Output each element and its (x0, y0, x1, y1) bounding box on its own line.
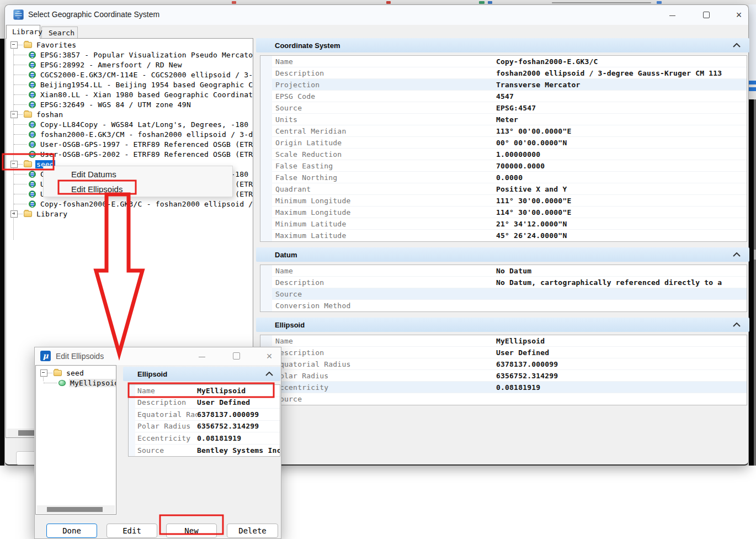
property-value: Bentley Systems Inc (197, 446, 280, 455)
property-row-name[interactable]: NameNo Datum (260, 265, 747, 277)
maximize-icon (703, 12, 710, 18)
ellipsoid-panel-header[interactable]: Ellipsoid (123, 367, 280, 381)
tree-item-epsg-28992-amersfoort-rd-new[interactable]: EPSG:28992 - Amersfoort / RD New (6, 60, 253, 70)
tree-item-epsg-32649-wgs-84-utm-zone-49n[interactable]: EPSG:32649 - WGS 84 / UTM zone 49N (6, 99, 253, 109)
chevron-up-icon[interactable] (733, 323, 741, 327)
property-row-conversion-method[interactable]: Conversion Method (260, 300, 747, 311)
property-row-eccentricity[interactable]: Eccentricity0.08181919 (260, 382, 747, 393)
coordinate-system-panel-header[interactable]: Coordinate System (256, 38, 749, 52)
property-row-polar-radius[interactable]: Polar Radius6356752.314299 (129, 421, 280, 433)
property-row-description[interactable]: Descriptionfoshan2000 ellipsoid / 3-degr… (260, 67, 747, 79)
property-row-epsg-code[interactable]: EPSG Code4547 (260, 91, 747, 102)
minimize-button[interactable] (663, 10, 682, 20)
property-row-equatorial-radius[interactable]: Equatorial Radius6378137.000099 (129, 409, 280, 421)
property-value: 113° 00'00.0000"E (496, 127, 571, 135)
property-value: 0.08181919 (197, 434, 241, 442)
property-row-name[interactable]: NameMyEllipsoid (129, 385, 280, 397)
tree-connector (14, 124, 27, 125)
property-row-description[interactable]: DescriptionNo Datum, cartographically re… (260, 277, 747, 288)
property-row-scale-reduction[interactable]: Scale Reduction1.00000000 (260, 149, 747, 160)
property-row-name[interactable]: NameCopy-foshan2000-E.GK3/C (260, 56, 747, 67)
tree-item-seed[interactable]: seed (36, 368, 116, 378)
panel-title: Datum (275, 251, 297, 259)
close-button[interactable]: × (261, 352, 278, 361)
property-row-central-meridian[interactable]: Central Meridian113° 00'00.0000"E (260, 125, 747, 137)
property-label: Origin Latitude (275, 139, 496, 147)
tab-search[interactable]: Search (41, 27, 78, 39)
tree-item-copy-ll84copy-wgs84-lat-long-s-degrees-180[interactable]: Copy-LL84Copy - WGS84 Lat/Long's, Degree… (6, 119, 253, 129)
tab-library[interactable]: Library (6, 25, 40, 39)
tree-connector (14, 94, 27, 95)
property-row-false-northing[interactable]: False Northing0.0000 (260, 172, 747, 183)
property-row-eccentricity[interactable]: Eccentricity0.08181919 (129, 432, 280, 445)
property-row-source[interactable]: SourceBentley Systems Inc (129, 445, 280, 457)
panel-title: Coordinate System (275, 41, 340, 50)
tree-connector (14, 134, 27, 135)
tree-item-myellipsoid[interactable]: MyEllipsoid (36, 378, 116, 388)
tree-item-user-osgb-gps-1997-etrf89-referenced-osgb-[interactable]: User-OSGB-GPS-1997 - ETRF89 Referenced O… (6, 139, 253, 149)
property-label: Source (275, 104, 496, 112)
property-row-equatorial-radius[interactable]: Equatorial Radius6378137.000099 (260, 358, 747, 370)
ellipsoid-tree-panel[interactable]: seedMyEllipsoid (35, 365, 116, 515)
title-bar[interactable]: μ Edit Ellipsoids × (35, 347, 281, 365)
collapse-minus-icon[interactable] (40, 369, 47, 377)
collapse-minus-icon[interactable] (10, 161, 18, 168)
done-button[interactable]: Done (46, 524, 97, 538)
property-value: Positive X and Y (496, 185, 567, 193)
minimize-button[interactable] (194, 352, 210, 361)
property-row-origin-latitude[interactable]: Origin Latitude00° 00'00.0000"N (260, 137, 747, 149)
tree-horizontal-scrollbar[interactable] (37, 505, 115, 514)
edit-button[interactable]: Edit (107, 524, 157, 538)
title-bar[interactable]: Select Geographic Coordinate System × (5, 5, 748, 25)
property-label: Minimum Longitude (275, 197, 496, 205)
delete-button[interactable]: Delete (227, 524, 278, 538)
globe-icon (29, 171, 36, 178)
property-row-projection[interactable]: ProjectionTransverse Mercator (260, 79, 747, 91)
tree-item-user-osgb-gps-2002-etrf89-referenced-osgb-[interactable]: User-OSGB-GPS-2002 - ETRF89 Referenced O… (6, 149, 253, 159)
ellipsoid-panel-header[interactable]: Ellipsoid (256, 318, 749, 332)
maximize-button[interactable] (228, 352, 244, 361)
tree-item-favorites[interactable]: Favorites (6, 40, 253, 50)
property-label: Polar Radius (137, 422, 197, 430)
new-button[interactable]: New (166, 524, 217, 538)
edit-ellipsoids-dialog: μ Edit Ellipsoids × seedMyEllipsoid Elli… (34, 347, 281, 539)
chevron-up-icon[interactable] (733, 252, 741, 257)
tree-item-copy-foshan2000-e-gk3-c-foshan2000-ellipso[interactable]: Copy-foshan2000-E.GK3/C - foshan2000 ell… (6, 199, 253, 209)
property-row-polar-radius[interactable]: Polar Radius6356752.314299 (260, 370, 747, 382)
tree-item-library[interactable]: Library (6, 209, 253, 219)
datum-panel-header[interactable]: Datum (256, 247, 749, 262)
menu-item-edit-datums[interactable]: Edit Datums (44, 167, 232, 182)
close-button[interactable]: × (730, 10, 748, 20)
property-row-description[interactable]: DescriptionUser Defined (129, 397, 280, 409)
chevron-up-icon[interactable] (265, 372, 273, 376)
maximize-button[interactable] (697, 10, 716, 20)
globe-icon (29, 51, 36, 59)
property-row-source[interactable]: SourceEPSG:4547 (260, 102, 747, 114)
tree-connector (14, 194, 27, 194)
scrollbar-thumb[interactable] (47, 507, 103, 512)
property-row-maximum-longitude[interactable]: Maximum Longitude114° 30'00.0000"E (260, 207, 747, 218)
tree-connector (18, 114, 23, 115)
property-label: Central Meridian (275, 127, 496, 135)
menu-item-edit-ellipsoids[interactable]: Edit Ellipsoids (44, 182, 232, 197)
property-row-minimum-latitude[interactable]: Minimum Latitude21° 34'12.0000"N (260, 218, 747, 230)
property-row-description[interactable]: DescriptionUser Defined (260, 347, 747, 358)
property-row-source[interactable]: Source (260, 288, 747, 300)
property-row-minimum-longitude[interactable]: Minimum Longitude111° 30'00.0000"E (260, 195, 747, 207)
expand-plus-icon[interactable] (10, 210, 18, 218)
property-row-quadrant[interactable]: QuadrantPositive X and Y (260, 183, 747, 195)
property-row-maximum-latitude[interactable]: Maximum Latitude45° 26'24.0000"N (260, 230, 747, 241)
tree-item-foshan2000-e-gk3-cm-foshan2000-ellipsoid-3[interactable]: foshan2000-E.GK3/CM - foshan2000 ellipso… (6, 129, 253, 139)
property-row-units[interactable]: UnitsMeter (260, 114, 747, 125)
property-row-false-easting[interactable]: False Easting700000.0000 (260, 160, 747, 172)
tree-item-xian80-ll-xian-1980-based-geographic-coord[interactable]: Xian80.LL - Xian 1980 based Geographic C… (6, 89, 253, 99)
tree-item-cgcs2000-e-gk3-cm-114e-cgcs2000-ellipsoid-[interactable]: CGCS2000-E.GK3/CM-114E - CGCS2000 ellips… (6, 70, 253, 80)
property-row-name[interactable]: NameMyEllipsoid (260, 335, 747, 347)
tree-item-foshan[interactable]: foshan (6, 109, 253, 119)
collapse-minus-icon[interactable] (10, 41, 18, 49)
collapse-minus-icon[interactable] (10, 111, 18, 118)
chevron-up-icon[interactable] (733, 43, 741, 47)
tree-item-beijing1954-ll-beijing-1954-based-geograph[interactable]: Beijing1954.LL - Beijing 1954 based Geog… (6, 80, 253, 89)
tree-item-epsg-3857-popular-visualization-pseudo-mer[interactable]: EPSG:3857 - Popular Visualization Pseudo… (6, 50, 253, 60)
property-row-source[interactable]: Source (260, 393, 747, 405)
